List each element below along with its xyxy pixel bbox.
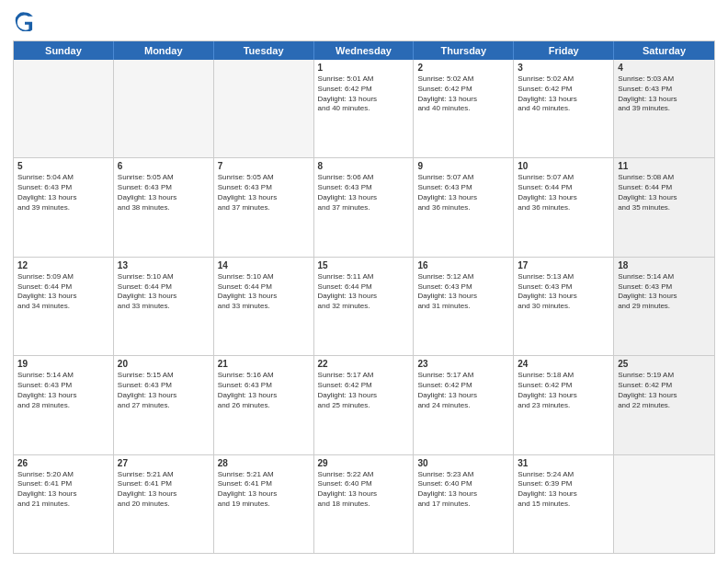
cell-text: Sunrise: 5:01 AM Sunset: 6:42 PM Dayligh… bbox=[318, 75, 410, 114]
calendar: SundayMondayTuesdayWednesdayThursdayFrid… bbox=[13, 40, 715, 554]
day-number: 15 bbox=[318, 260, 410, 270]
header-day-friday: Friday bbox=[514, 41, 614, 60]
day-number: 6 bbox=[118, 161, 210, 171]
calendar-row-4: 26Sunrise: 5:20 AM Sunset: 6:41 PM Dayli… bbox=[14, 454, 714, 553]
cell-text: Sunrise: 5:20 AM Sunset: 6:41 PM Dayligh… bbox=[17, 470, 109, 510]
logo bbox=[13, 11, 35, 35]
calendar-cell-15: 15Sunrise: 5:11 AM Sunset: 6:44 PM Dayli… bbox=[314, 258, 415, 355]
cell-text: Sunrise: 5:03 AM Sunset: 6:43 PM Dayligh… bbox=[618, 75, 711, 114]
calendar-row-1: 5Sunrise: 5:04 AM Sunset: 6:43 PM Daylig… bbox=[14, 157, 714, 256]
page: SundayMondayTuesdayWednesdayThursdayFrid… bbox=[0, 0, 728, 563]
cell-text: Sunrise: 5:02 AM Sunset: 6:42 PM Dayligh… bbox=[518, 75, 609, 114]
cell-text: Sunrise: 5:17 AM Sunset: 6:42 PM Dayligh… bbox=[417, 371, 509, 410]
day-number: 24 bbox=[518, 359, 609, 369]
calendar-cell-11: 11Sunrise: 5:08 AM Sunset: 6:44 PM Dayli… bbox=[614, 158, 714, 256]
cell-text: Sunrise: 5:06 AM Sunset: 6:43 PM Dayligh… bbox=[318, 173, 410, 213]
day-number: 16 bbox=[417, 260, 509, 270]
header-day-monday: Monday bbox=[114, 41, 214, 60]
calendar-cell-8: 8Sunrise: 5:06 AM Sunset: 6:43 PM Daylig… bbox=[314, 158, 415, 256]
calendar-cell-9: 9Sunrise: 5:07 AM Sunset: 6:43 PM Daylig… bbox=[414, 158, 514, 256]
calendar-cell-26: 26Sunrise: 5:20 AM Sunset: 6:41 PM Dayli… bbox=[14, 455, 114, 553]
calendar-cell-29: 29Sunrise: 5:22 AM Sunset: 6:40 PM Dayli… bbox=[314, 455, 415, 553]
calendar-cell-27: 27Sunrise: 5:21 AM Sunset: 6:41 PM Dayli… bbox=[114, 455, 214, 553]
header-day-tuesday: Tuesday bbox=[214, 41, 314, 60]
cell-text: Sunrise: 5:24 AM Sunset: 6:39 PM Dayligh… bbox=[518, 470, 609, 510]
calendar-cell-2: 2Sunrise: 5:02 AM Sunset: 6:42 PM Daylig… bbox=[414, 60, 514, 157]
calendar-cell-28: 28Sunrise: 5:21 AM Sunset: 6:41 PM Dayli… bbox=[214, 455, 314, 553]
calendar-cell-25: 25Sunrise: 5:19 AM Sunset: 6:42 PM Dayli… bbox=[614, 356, 714, 454]
day-number: 26 bbox=[17, 458, 109, 468]
calendar-cell-3: 3Sunrise: 5:02 AM Sunset: 6:42 PM Daylig… bbox=[514, 60, 614, 157]
cell-text: Sunrise: 5:09 AM Sunset: 6:44 PM Dayligh… bbox=[17, 272, 109, 312]
calendar-cell-empty bbox=[14, 60, 114, 157]
cell-text: Sunrise: 5:10 AM Sunset: 6:44 PM Dayligh… bbox=[218, 272, 310, 312]
cell-text: Sunrise: 5:21 AM Sunset: 6:41 PM Dayligh… bbox=[118, 470, 210, 510]
calendar-cell-13: 13Sunrise: 5:10 AM Sunset: 6:44 PM Dayli… bbox=[114, 258, 214, 355]
day-number: 27 bbox=[118, 458, 210, 468]
calendar-row-3: 19Sunrise: 5:14 AM Sunset: 6:43 PM Dayli… bbox=[14, 355, 714, 454]
calendar-cell-16: 16Sunrise: 5:12 AM Sunset: 6:43 PM Dayli… bbox=[414, 258, 514, 355]
day-number: 3 bbox=[518, 63, 609, 73]
day-number: 13 bbox=[118, 260, 210, 270]
day-number: 29 bbox=[318, 458, 410, 468]
calendar-cell-24: 24Sunrise: 5:18 AM Sunset: 6:42 PM Dayli… bbox=[514, 356, 614, 454]
cell-text: Sunrise: 5:05 AM Sunset: 6:43 PM Dayligh… bbox=[118, 173, 210, 213]
calendar-cell-21: 21Sunrise: 5:16 AM Sunset: 6:43 PM Dayli… bbox=[214, 356, 314, 454]
day-number: 1 bbox=[318, 63, 410, 73]
calendar-header: SundayMondayTuesdayWednesdayThursdayFrid… bbox=[14, 41, 714, 60]
day-number: 19 bbox=[17, 359, 109, 369]
cell-text: Sunrise: 5:02 AM Sunset: 6:42 PM Dayligh… bbox=[417, 75, 509, 114]
calendar-cell-7: 7Sunrise: 5:05 AM Sunset: 6:43 PM Daylig… bbox=[214, 158, 314, 256]
calendar-body: 1Sunrise: 5:01 AM Sunset: 6:42 PM Daylig… bbox=[14, 60, 714, 553]
cell-text: Sunrise: 5:21 AM Sunset: 6:41 PM Dayligh… bbox=[218, 470, 310, 510]
day-number: 17 bbox=[518, 260, 609, 270]
calendar-row-0: 1Sunrise: 5:01 AM Sunset: 6:42 PM Daylig… bbox=[14, 60, 714, 157]
calendar-cell-30: 30Sunrise: 5:23 AM Sunset: 6:40 PM Dayli… bbox=[414, 455, 514, 553]
calendar-cell-31: 31Sunrise: 5:24 AM Sunset: 6:39 PM Dayli… bbox=[514, 455, 614, 553]
calendar-cell-12: 12Sunrise: 5:09 AM Sunset: 6:44 PM Dayli… bbox=[14, 258, 114, 355]
header-day-wednesday: Wednesday bbox=[314, 41, 415, 60]
cell-text: Sunrise: 5:08 AM Sunset: 6:44 PM Dayligh… bbox=[618, 173, 711, 213]
day-number: 5 bbox=[17, 161, 109, 171]
day-number: 8 bbox=[318, 161, 410, 171]
cell-text: Sunrise: 5:14 AM Sunset: 6:43 PM Dayligh… bbox=[618, 272, 711, 312]
cell-text: Sunrise: 5:05 AM Sunset: 6:43 PM Dayligh… bbox=[218, 173, 310, 213]
header-day-saturday: Saturday bbox=[614, 41, 714, 60]
calendar-cell-20: 20Sunrise: 5:15 AM Sunset: 6:43 PM Dayli… bbox=[114, 356, 214, 454]
cell-text: Sunrise: 5:14 AM Sunset: 6:43 PM Dayligh… bbox=[17, 371, 109, 410]
calendar-cell-14: 14Sunrise: 5:10 AM Sunset: 6:44 PM Dayli… bbox=[214, 258, 314, 355]
cell-text: Sunrise: 5:10 AM Sunset: 6:44 PM Dayligh… bbox=[118, 272, 210, 312]
day-number: 4 bbox=[618, 63, 711, 73]
cell-text: Sunrise: 5:19 AM Sunset: 6:42 PM Dayligh… bbox=[618, 371, 711, 410]
calendar-cell-17: 17Sunrise: 5:13 AM Sunset: 6:43 PM Dayli… bbox=[514, 258, 614, 355]
calendar-cell-22: 22Sunrise: 5:17 AM Sunset: 6:42 PM Dayli… bbox=[314, 356, 415, 454]
logo-icon bbox=[15, 11, 35, 31]
calendar-cell-10: 10Sunrise: 5:07 AM Sunset: 6:44 PM Dayli… bbox=[514, 158, 614, 256]
day-number: 9 bbox=[417, 161, 509, 171]
calendar-cell-6: 6Sunrise: 5:05 AM Sunset: 6:43 PM Daylig… bbox=[114, 158, 214, 256]
calendar-cell-empty bbox=[614, 455, 714, 553]
cell-text: Sunrise: 5:04 AM Sunset: 6:43 PM Dayligh… bbox=[17, 173, 109, 213]
day-number: 11 bbox=[618, 161, 711, 171]
calendar-cell-empty bbox=[114, 60, 214, 157]
calendar-cell-1: 1Sunrise: 5:01 AM Sunset: 6:42 PM Daylig… bbox=[314, 60, 415, 157]
calendar-row-2: 12Sunrise: 5:09 AM Sunset: 6:44 PM Dayli… bbox=[14, 257, 714, 355]
day-number: 25 bbox=[618, 359, 711, 369]
day-number: 31 bbox=[518, 458, 609, 468]
cell-text: Sunrise: 5:12 AM Sunset: 6:43 PM Dayligh… bbox=[417, 272, 509, 312]
cell-text: Sunrise: 5:07 AM Sunset: 6:44 PM Dayligh… bbox=[518, 173, 609, 213]
calendar-cell-5: 5Sunrise: 5:04 AM Sunset: 6:43 PM Daylig… bbox=[14, 158, 114, 256]
cell-text: Sunrise: 5:18 AM Sunset: 6:42 PM Dayligh… bbox=[518, 371, 609, 410]
day-number: 7 bbox=[218, 161, 310, 171]
header bbox=[13, 11, 715, 35]
cell-text: Sunrise: 5:16 AM Sunset: 6:43 PM Dayligh… bbox=[218, 371, 310, 410]
day-number: 22 bbox=[318, 359, 410, 369]
day-number: 2 bbox=[417, 63, 509, 73]
cell-text: Sunrise: 5:11 AM Sunset: 6:44 PM Dayligh… bbox=[318, 272, 410, 312]
calendar-cell-4: 4Sunrise: 5:03 AM Sunset: 6:43 PM Daylig… bbox=[614, 60, 714, 157]
day-number: 21 bbox=[218, 359, 310, 369]
day-number: 10 bbox=[518, 161, 609, 171]
header-day-thursday: Thursday bbox=[414, 41, 514, 60]
cell-text: Sunrise: 5:23 AM Sunset: 6:40 PM Dayligh… bbox=[417, 470, 509, 510]
day-number: 28 bbox=[218, 458, 310, 468]
